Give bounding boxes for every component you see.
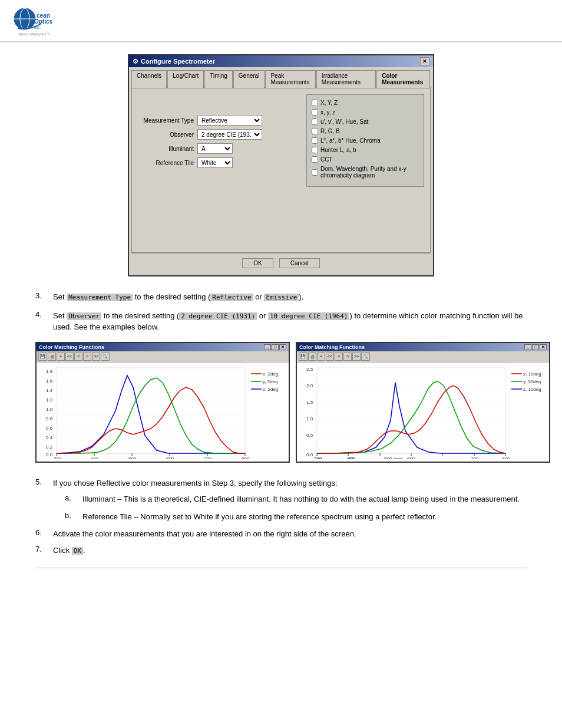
illuminant-label: Illuminant <box>141 146 194 152</box>
chart-2deg-print[interactable]: 🖨 <box>48 353 56 361</box>
tab-timing[interactable]: Timing <box>204 70 233 88</box>
sub-step-5a-letter: a. <box>65 493 82 502</box>
checkbox-dom-wavelength-input[interactable] <box>312 169 318 176</box>
cancel-button[interactable]: Cancel <box>279 258 320 268</box>
chart-10deg-copy[interactable]: + <box>317 353 325 361</box>
chart-2deg-nav-next[interactable]: > <box>83 353 91 361</box>
chart-10deg-zoom[interactable]: 🔍 <box>361 353 370 361</box>
sub-step-5a-label: Illuminant <box>82 495 115 503</box>
ok-button[interactable]: OK <box>242 258 273 268</box>
checkbox-uvw-label: u', v', W', Hue, Sat <box>320 118 368 125</box>
right-panel: X, Y, Z x, y, z u', v', W', Hue, Sat <box>306 94 424 187</box>
gear-icon: ⚙ <box>133 58 138 65</box>
dialog-titlebar-left: ⚙ Configure Spectrometer <box>133 58 215 65</box>
checkbox-hunter: Hunter L, a, b <box>312 147 419 153</box>
tab-logchart[interactable]: Log/Chart <box>167 70 204 88</box>
chart-10deg-titlebar: Color Matching Functions _ □ ✕ <box>297 343 549 351</box>
svg-text:1.2: 1.2 <box>46 397 53 403</box>
chart-10deg-nav-first[interactable]: << <box>326 353 334 361</box>
tab-peak[interactable]: Peak Measurements <box>265 70 315 88</box>
sub-step-5b-text: Reference Tile – Normally set to White i… <box>82 511 437 523</box>
step-6: 6. Activate the color measurements that … <box>35 528 527 540</box>
illuminant-row: Illuminant A B C D50 D65 <box>141 143 297 154</box>
chart-2deg-copy[interactable]: + <box>57 353 65 361</box>
chart-10deg-title: Color Matching Functions <box>299 344 365 350</box>
checkbox-lab-star-input[interactable] <box>312 137 318 144</box>
checkbox-dom-wavelength: Dom. Wavelength, Purity and x-y chromati… <box>312 166 419 179</box>
step-4-highlight-observer: Observer <box>67 312 101 320</box>
svg-text:600: 600 <box>166 456 174 459</box>
tab-general[interactable]: General <box>233 70 265 88</box>
step-3-highlight-measurement: Measurement Type <box>67 294 133 301</box>
chart-2deg-nav-last[interactable]: >> <box>92 353 100 361</box>
checkbox-hunter-label: Hunter L, a, b <box>320 147 356 153</box>
illuminant-select[interactable]: A B C D50 D65 <box>197 143 233 154</box>
checkbox-lab-star: L*, a*, b* Hue, Chroma <box>312 137 419 144</box>
bottom-divider <box>35 568 527 568</box>
step-3-number: 3. <box>35 291 53 300</box>
step-6-number: 6. <box>35 528 53 537</box>
tab-channels[interactable]: Channels <box>131 70 167 88</box>
checkbox-cct: CCT <box>312 156 419 163</box>
svg-text:0.6: 0.6 <box>46 426 53 431</box>
observer-row: Observer 2 degree CIE (1931) 10 degree C… <box>141 129 297 140</box>
checkbox-rgb-input[interactable] <box>312 128 318 134</box>
svg-text:0.8: 0.8 <box>46 416 53 421</box>
chart-2deg-close[interactable]: ✕ <box>279 344 286 350</box>
checkbox-cct-input[interactable] <box>312 156 318 163</box>
sub-step-5a-text: Illuminant – This is a theoretical, CIE-… <box>82 493 520 505</box>
chart-10deg-print[interactable]: 🖨 <box>308 353 316 361</box>
dialog-close-button[interactable]: ✕ <box>420 57 429 65</box>
tab-irradiance[interactable]: Irradiance Measurements <box>316 70 376 88</box>
observer-select[interactable]: 2 degree CIE (1931) 10 degree CIE (1964) <box>197 129 262 140</box>
chart-10deg-nav-last[interactable]: >> <box>352 353 361 361</box>
chart-2deg-nav-first[interactable]: << <box>65 353 74 361</box>
svg-text:y, 10deg: y, 10deg <box>523 379 541 384</box>
svg-text:400: 400 <box>91 456 99 459</box>
checkbox-hunter-input[interactable] <box>312 147 318 153</box>
svg-text:0.2: 0.2 <box>46 444 53 450</box>
step-3-text: Set Measurement Type to the desired sett… <box>53 291 303 303</box>
sub-step-5a: a. Illuminant – This is a theoretical, C… <box>65 493 527 505</box>
checkbox-dom-wavelength-label: Dom. Wavelength, Purity and x-y chromati… <box>320 166 419 179</box>
checkbox-uvw: u', v', W', Hue, Sat <box>312 118 419 125</box>
chart-10deg-nav-next[interactable]: > <box>343 353 352 361</box>
chart-2deg-minimize[interactable]: _ <box>264 344 271 350</box>
dialog-footer: OK Cancel <box>131 253 431 273</box>
chart-10deg-minimize[interactable]: _ <box>524 344 531 350</box>
reference-tile-row: Reference Tile White Gray <box>141 157 297 168</box>
chart-2deg-zoom[interactable]: 🔍 <box>101 353 110 361</box>
step-4: 4. Set Observer to the desired setting (… <box>35 310 527 333</box>
measurement-type-select[interactable]: Reflective Emissive <box>197 115 262 126</box>
checkbox-xyz-upper-label: X, Y, Z <box>320 100 338 106</box>
svg-text:Optics: Optics <box>34 18 53 25</box>
svg-text:1.5: 1.5 <box>306 400 313 405</box>
tab-bar: Channels Log/Chart Timing General Peak M… <box>131 70 431 88</box>
svg-text:1.0: 1.0 <box>46 407 53 412</box>
configure-spectrometer-dialog: ⚙ Configure Spectrometer ✕ Channels Log/… <box>128 54 434 276</box>
sub-steps: a. Illuminant – This is a theoretical, C… <box>65 493 527 522</box>
svg-text:1.8: 1.8 <box>46 369 53 374</box>
checkbox-xyz-upper-input[interactable] <box>312 100 318 106</box>
svg-text:z, 2deg: z, 2deg <box>263 387 278 392</box>
chart-2deg-nav-prev[interactable]: < <box>74 353 82 361</box>
chart-10deg-close[interactable]: ✕ <box>540 344 547 350</box>
chart-10deg-save[interactable]: 💾 <box>299 353 308 361</box>
svg-text:2.5: 2.5 <box>306 367 313 372</box>
step-7-number: 7. <box>35 545 53 554</box>
chart-10deg-maximize[interactable]: □ <box>532 344 539 350</box>
reference-tile-select[interactable]: White Gray <box>197 157 233 168</box>
checkbox-uvw-input[interactable] <box>312 118 318 125</box>
chart-2deg: Color Matching Functions _ □ ✕ 💾 🖨 + << … <box>35 342 290 463</box>
svg-text:1.4: 1.4 <box>46 388 53 393</box>
chart-2deg-titlebar-buttons: _ □ ✕ <box>264 344 286 350</box>
svg-text:First in Photonics™: First in Photonics™ <box>19 32 49 36</box>
chart-2deg-area: 1.8 1.6 1.4 1.2 1.0 0.8 0.6 0.4 0.2 0.0 <box>37 363 289 462</box>
step-6-text: Activate the color measurements that you… <box>53 528 356 540</box>
chart-2deg-save[interactable]: 💾 <box>38 353 47 361</box>
chart-2deg-maximize[interactable]: □ <box>272 344 279 350</box>
step-7-ok-label: OK <box>72 547 83 555</box>
tab-color[interactable]: Color Measurements <box>376 70 430 88</box>
chart-10deg-nav-prev[interactable]: < <box>335 353 343 361</box>
checkbox-xyz-lower-input[interactable] <box>312 109 318 116</box>
